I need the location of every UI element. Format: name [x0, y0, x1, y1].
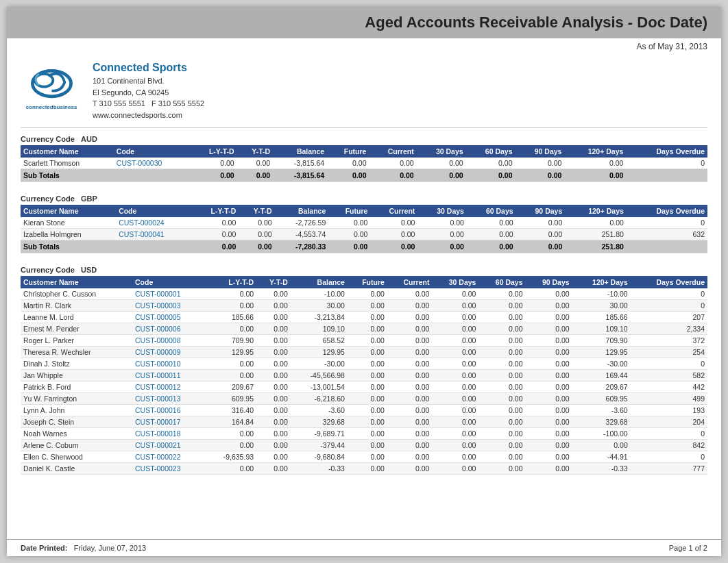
cell-ytd: 0.00 [256, 288, 291, 300]
subtotals-60days: 0.00 [466, 169, 515, 182]
cell-code: CUST-000024 [116, 217, 193, 229]
cell-code: CUST-000022 [132, 451, 205, 463]
cell-days90: 0.00 [526, 463, 572, 475]
cell-days120: -3.60 [572, 405, 631, 416]
col-90days: 90 Days [515, 145, 565, 158]
table-header-usd: Customer Name Code L-Y-T-D Y-T-D Balance… [21, 276, 707, 288]
cell-overdue: 193 [631, 405, 707, 416]
col-ytd: Y-T-D [237, 145, 274, 158]
cell-days60: 0.00 [478, 312, 525, 323]
cell-days30: 0.00 [432, 463, 478, 475]
col-30days: 30 Days [432, 276, 478, 288]
cell-future: 0.00 [348, 323, 387, 335]
cell-code: CUST-000008 [132, 335, 205, 347]
cell-current: 0.00 [387, 416, 433, 428]
subtotals-60days: 0.00 [467, 240, 516, 253]
cell-future: 0.00 [348, 370, 387, 381]
cell-days30: 0.00 [432, 416, 478, 428]
cell-120days: 251.80 [565, 229, 627, 240]
subtotals-label: Sub Totals [21, 169, 114, 182]
col-current: Current [370, 205, 417, 217]
col-customer-name: Customer Name [21, 145, 114, 158]
footer-date: Date Printed: Friday, June 07, 2013 [21, 544, 146, 552]
cell-lytd: 0.00 [193, 217, 239, 229]
currency-label-aud: Currency Code AUD [21, 135, 707, 143]
cell-code: CUST-000017 [132, 416, 205, 428]
col-60days: 60 Days [467, 205, 516, 217]
cell-ytd: 0.00 [256, 416, 291, 428]
cell-current: 0.00 [369, 158, 416, 169]
cell-days30: 0.00 [432, 370, 478, 381]
cell-60days: 0.00 [467, 217, 516, 229]
report-footer: Date Printed: Friday, June 07, 2013 Page… [7, 539, 721, 556]
cell-balance: -10.00 [291, 288, 348, 300]
cell-ytd: 0.00 [256, 393, 291, 405]
company-address1: 101 Continental Blvd. [93, 75, 707, 87]
subtotals-overdue [626, 169, 707, 182]
currency-label-usd: Currency Code USD [21, 266, 707, 274]
cell-future: 0.00 [327, 158, 369, 169]
cell-balance: 329.68 [291, 416, 348, 428]
subtotals-row-gbp: Sub Totals 0.00 0.00 -7,280.33 0.00 0.00… [21, 240, 707, 253]
cell-days30: 0.00 [432, 358, 478, 370]
subtotals-row-aud: Sub Totals 0.00 0.00 -3,815.64 0.00 0.00… [21, 169, 707, 182]
col-overdue: Days Overdue [626, 145, 707, 158]
subtotals-120days: 0.00 [564, 169, 626, 182]
cell-overdue: 777 [631, 463, 707, 475]
col-balance: Balance [291, 276, 348, 288]
cell-balance: -9,680.84 [291, 451, 348, 463]
cell-ytd: 0.00 [256, 428, 291, 440]
cell-overdue: 372 [631, 335, 707, 347]
cell-code: CUST-000016 [132, 405, 205, 416]
cell-ytd: 0.00 [256, 405, 291, 416]
company-section: connectedbusiness Connected Sports 101 C… [7, 55, 721, 127]
subtotals-120days: 251.80 [565, 240, 627, 253]
col-overdue: Days Overdue [631, 276, 707, 288]
cell-code: CUST-000041 [116, 229, 193, 240]
cell-days90: 0.00 [526, 440, 572, 451]
cell-overdue: 0 [626, 158, 707, 169]
table-row: Arlene C. CobumCUST-0000210.000.00-379.4… [21, 440, 707, 451]
cell-name: Dinah J. Stoltz [21, 358, 132, 370]
cell-balance: -4,553.74 [275, 229, 329, 240]
cell-ytd: 0.00 [256, 312, 291, 323]
cell-balance: -379.44 [291, 440, 348, 451]
cell-current: 0.00 [387, 428, 433, 440]
report-header-bar: Aged Accounts Receivable Analysis - Doc … [7, 7, 721, 38]
cell-current: 0.00 [387, 451, 433, 463]
col-code: Code [116, 205, 193, 217]
cell-days120: -10.00 [572, 288, 631, 300]
cell-days30: 0.00 [432, 335, 478, 347]
cell-days30: 0.00 [432, 300, 478, 312]
currency-section-aud: Currency Code AUD Customer Name Code L-Y… [21, 135, 707, 182]
cell-balance: -3,213.84 [291, 312, 348, 323]
cell-ytd: 0.00 [256, 347, 291, 358]
table-row: Ernest M. PenderCUST-0000060.000.00109.1… [21, 323, 707, 335]
cell-days90: 0.00 [526, 405, 572, 416]
cell-lytd: 0.00 [205, 440, 256, 451]
cell-lytd: 185.66 [205, 312, 256, 323]
cell-code: CUST-000012 [132, 381, 205, 393]
cell-overdue: 842 [631, 440, 707, 451]
col-ytd: Y-T-D [239, 205, 274, 217]
cell-90days: 0.00 [515, 158, 565, 169]
col-current: Current [369, 145, 416, 158]
currency-section-gbp: Currency Code GBP Customer Name Code L-Y… [21, 195, 707, 253]
cell-current: 0.00 [387, 312, 433, 323]
cell-days90: 0.00 [526, 381, 572, 393]
table-aud: Customer Name Code L-Y-T-D Y-T-D Balance… [21, 145, 707, 182]
cell-overdue: 0 [631, 451, 707, 463]
cell-current: 0.00 [387, 300, 433, 312]
cell-current: 0.00 [387, 323, 433, 335]
col-customer-name: Customer Name [21, 205, 116, 217]
cell-future: 0.00 [348, 405, 387, 416]
cell-balance: -0.33 [291, 463, 348, 475]
cell-ytd: 0.00 [256, 451, 291, 463]
col-lytd: L-Y-T-D [193, 205, 239, 217]
cell-days90: 0.00 [526, 323, 572, 335]
col-balance: Balance [275, 205, 329, 217]
cell-days60: 0.00 [478, 335, 525, 347]
cell-days30: 0.00 [432, 393, 478, 405]
cell-current: 0.00 [387, 463, 433, 475]
table-row: Roger L. ParkerCUST-000008709.900.00658.… [21, 335, 707, 347]
